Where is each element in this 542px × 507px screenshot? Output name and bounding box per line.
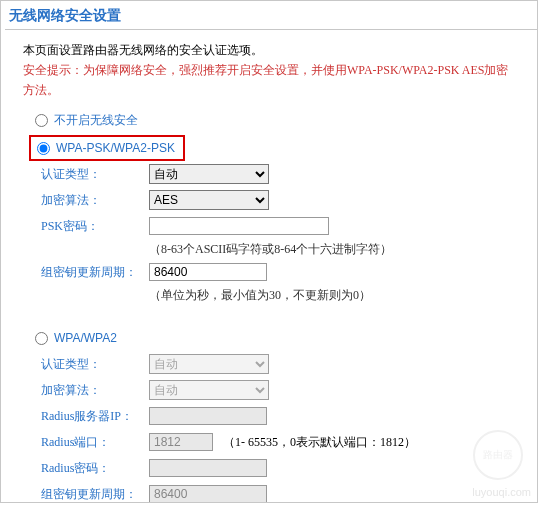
page-title: 无线网络安全设置 <box>5 1 537 30</box>
psk-password-label: PSK密码： <box>41 218 149 235</box>
psk-auth-select[interactable]: 自动 <box>149 164 269 184</box>
radius-port-label: Radius端口： <box>41 434 149 451</box>
psk-rekey-row: 组密钥更新周期： <box>5 259 537 285</box>
security-warning: 安全提示：为保障网络安全，强烈推荐开启安全设置，并使用WPA-PSK/WPA2-… <box>23 60 519 100</box>
psk-auth-label: 认证类型： <box>41 166 149 183</box>
psk-auth-row: 认证类型： 自动 <box>5 161 537 187</box>
radius-ip-input[interactable] <box>149 407 267 425</box>
wpa-auth-select[interactable]: 自动 <box>149 354 269 374</box>
radio-wpa[interactable] <box>35 332 48 345</box>
settings-panel: 无线网络安全设置 本页面设置路由器无线网络的安全认证选项。 安全提示：为保障网络… <box>0 0 538 503</box>
psk-algo-select[interactable]: AES <box>149 190 269 210</box>
wpa-algo-select[interactable]: 自动 <box>149 380 269 400</box>
radio-wpa-label: WPA/WPA2 <box>54 331 117 345</box>
option-wpa[interactable]: WPA/WPA2 <box>5 325 117 351</box>
psk-algo-label: 加密算法： <box>41 192 149 209</box>
wpa-algo-row: 加密算法： 自动 <box>5 377 537 403</box>
psk-password-input[interactable] <box>149 217 329 235</box>
radius-ip-label: Radius服务器IP： <box>41 408 149 425</box>
radius-port-hint: （1- 65535，0表示默认端口：1812） <box>223 434 416 451</box>
psk-rekey-input[interactable] <box>149 263 267 281</box>
intro-block: 本页面设置路由器无线网络的安全认证选项。 安全提示：为保障网络安全，强烈推荐开启… <box>5 30 537 106</box>
radius-port-row: Radius端口： （1- 65535，0表示默认端口：1812） <box>5 429 537 455</box>
wpa-auth-label: 认证类型： <box>41 356 149 373</box>
intro-line-1: 本页面设置路由器无线网络的安全认证选项。 <box>23 40 519 60</box>
radius-pwd-label: Radius密码： <box>41 460 149 477</box>
wpa-rekey-input[interactable] <box>149 485 267 503</box>
option-no-security[interactable]: 不开启无线安全 <box>5 106 138 135</box>
psk-algo-row: 加密算法： AES <box>5 187 537 213</box>
wpa-rekey-row: 组密钥更新周期： <box>5 481 537 503</box>
psk-password-hint: （8-63个ASCII码字符或8-64个十六进制字符） <box>5 239 537 259</box>
psk-rekey-label: 组密钥更新周期： <box>41 264 149 281</box>
radio-wpa-psk[interactable] <box>37 142 50 155</box>
psk-password-row: PSK密码： <box>5 213 537 239</box>
watermark-icon: 路由器 <box>473 430 523 480</box>
radius-pwd-input[interactable] <box>149 459 267 477</box>
radio-no-security[interactable] <box>35 114 48 127</box>
watermark-text: luyouqi.com <box>472 486 531 498</box>
wpa-algo-label: 加密算法： <box>41 382 149 399</box>
radius-pwd-row: Radius密码： <box>5 455 537 481</box>
radio-wpa-psk-label: WPA-PSK/WPA2-PSK <box>56 141 175 155</box>
wpa-auth-row: 认证类型： 自动 <box>5 351 537 377</box>
radio-no-security-label: 不开启无线安全 <box>54 112 138 129</box>
radius-port-input[interactable] <box>149 433 213 451</box>
wpa-rekey-label: 组密钥更新周期： <box>41 486 149 503</box>
psk-rekey-hint: （单位为秒，最小值为30，不更新则为0） <box>5 285 537 305</box>
option-wpa-psk-highlighted[interactable]: WPA-PSK/WPA2-PSK <box>29 135 185 161</box>
radius-ip-row: Radius服务器IP： <box>5 403 537 429</box>
